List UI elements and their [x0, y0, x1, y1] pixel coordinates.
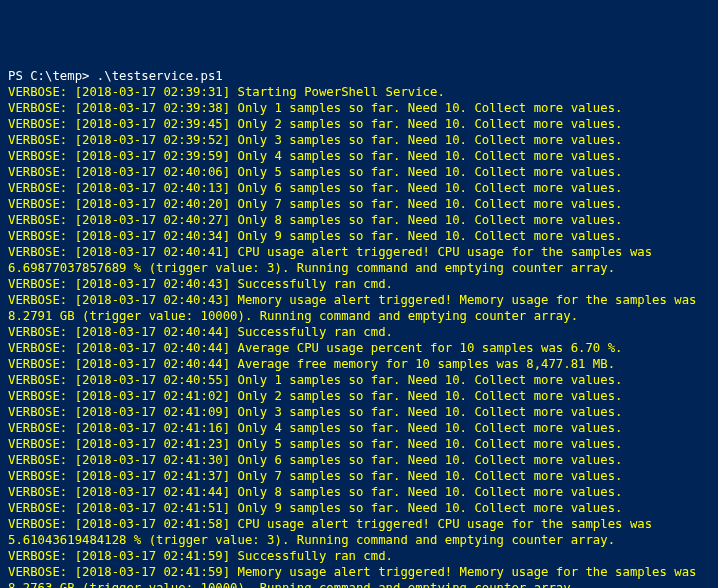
verbose-line: VERBOSE: [2018-03-17 02:40:27] Only 8 sa… — [8, 212, 710, 228]
verbose-line: VERBOSE: [2018-03-17 02:39:52] Only 3 sa… — [8, 132, 710, 148]
verbose-line: VERBOSE: [2018-03-17 02:39:45] Only 2 sa… — [8, 116, 710, 132]
verbose-line: VERBOSE: [2018-03-17 02:40:43] Memory us… — [8, 292, 710, 324]
verbose-line: VERBOSE: [2018-03-17 02:41:44] Only 8 sa… — [8, 484, 710, 500]
verbose-line: VERBOSE: [2018-03-17 02:41:37] Only 7 sa… — [8, 468, 710, 484]
command-text: .\testservice.ps1 — [97, 69, 223, 83]
verbose-line: VERBOSE: [2018-03-17 02:41:16] Only 4 sa… — [8, 420, 710, 436]
prompt-prefix: PS C:\temp> — [8, 69, 89, 83]
verbose-line: VERBOSE: [2018-03-17 02:40:44] Successfu… — [8, 324, 710, 340]
verbose-line: VERBOSE: [2018-03-17 02:41:30] Only 6 sa… — [8, 452, 710, 468]
verbose-line: VERBOSE: [2018-03-17 02:39:31] Starting … — [8, 84, 710, 100]
verbose-line: VERBOSE: [2018-03-17 02:40:06] Only 5 sa… — [8, 164, 710, 180]
verbose-line: VERBOSE: [2018-03-17 02:40:13] Only 6 sa… — [8, 180, 710, 196]
verbose-line: VERBOSE: [2018-03-17 02:41:09] Only 3 sa… — [8, 404, 710, 420]
verbose-line: VERBOSE: [2018-03-17 02:40:41] CPU usage… — [8, 244, 710, 276]
verbose-line: VERBOSE: [2018-03-17 02:39:38] Only 1 sa… — [8, 100, 710, 116]
verbose-line: VERBOSE: [2018-03-17 02:41:59] Memory us… — [8, 564, 710, 588]
verbose-line: VERBOSE: [2018-03-17 02:41:51] Only 9 sa… — [8, 500, 710, 516]
verbose-line: VERBOSE: [2018-03-17 02:41:58] CPU usage… — [8, 516, 710, 548]
verbose-line: VERBOSE: [2018-03-17 02:40:44] Average C… — [8, 340, 710, 356]
verbose-line: VERBOSE: [2018-03-17 02:41:02] Only 2 sa… — [8, 388, 710, 404]
verbose-line: VERBOSE: [2018-03-17 02:41:59] Successfu… — [8, 548, 710, 564]
verbose-line: VERBOSE: [2018-03-17 02:40:44] Average f… — [8, 356, 710, 372]
verbose-line: VERBOSE: [2018-03-17 02:40:20] Only 7 sa… — [8, 196, 710, 212]
verbose-line: VERBOSE: [2018-03-17 02:41:23] Only 5 sa… — [8, 436, 710, 452]
verbose-line: VERBOSE: [2018-03-17 02:40:34] Only 9 sa… — [8, 228, 710, 244]
verbose-line: VERBOSE: [2018-03-17 02:39:59] Only 4 sa… — [8, 148, 710, 164]
terminal-output[interactable]: PS C:\temp> .\testservice.ps1 VERBOSE: [… — [8, 68, 710, 588]
verbose-line: VERBOSE: [2018-03-17 02:40:43] Successfu… — [8, 276, 710, 292]
verbose-line: VERBOSE: [2018-03-17 02:40:55] Only 1 sa… — [8, 372, 710, 388]
